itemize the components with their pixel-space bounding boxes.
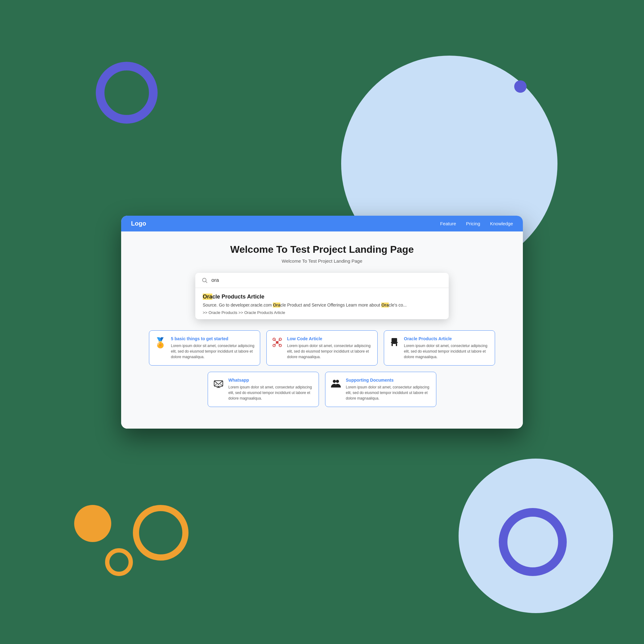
svg-rect-12 bbox=[391, 342, 398, 343]
card-icon-0: 🏅 bbox=[154, 337, 167, 349]
card-title-2: Oracle Products Article bbox=[404, 336, 490, 341]
bg-circle-orange-solid bbox=[74, 505, 111, 542]
nav-knowledge[interactable]: Knowledge bbox=[490, 221, 513, 226]
card-0[interactable]: 🏅 5 basic things to get started Lorem ip… bbox=[149, 330, 260, 366]
svg-rect-13 bbox=[392, 343, 393, 346]
nav-logo: Logo bbox=[131, 220, 146, 227]
bg-circle-orange-ring-large bbox=[133, 505, 189, 561]
bg-circle-purple-ring-bottom bbox=[499, 508, 567, 576]
svg-line-17 bbox=[214, 384, 217, 386]
nav-pricing[interactable]: Pricing bbox=[466, 221, 480, 226]
people-icon-svg bbox=[330, 378, 341, 389]
svg-line-1 bbox=[206, 281, 207, 283]
card-3[interactable]: Whatsapp Lorem ipsum dolor sit amet, con… bbox=[208, 372, 319, 407]
bg-circle-purple-ring bbox=[96, 62, 158, 124]
card-body-3: Whatsapp Lorem ipsum dolor sit amet, con… bbox=[228, 378, 314, 401]
chair-icon-svg bbox=[389, 337, 400, 347]
card-title-4: Supporting Documents bbox=[346, 378, 431, 383]
search-icon bbox=[201, 277, 208, 283]
svg-point-0 bbox=[202, 278, 206, 282]
card-body-1: Low Code Article Lorem ipsum dolor sit a… bbox=[287, 336, 372, 360]
card-icon-2 bbox=[389, 337, 400, 350]
card-body-0: 5 basic things to get started Lorem ipsu… bbox=[171, 336, 255, 360]
main-content: Welcome To Test Project Landing Page Wel… bbox=[121, 231, 523, 429]
card-icon-1 bbox=[272, 337, 283, 350]
card-1[interactable]: Low Code Article Lorem ipsum dolor sit a… bbox=[266, 330, 378, 366]
bg-circle-orange-ring-small bbox=[105, 548, 133, 576]
svg-rect-6 bbox=[276, 341, 278, 344]
card-text-0: Lorem ipsum dolor sit amet, consectetur … bbox=[171, 343, 255, 360]
search-wrap: ora Oracle Products Article Source. Go t… bbox=[140, 273, 504, 319]
card-icon-4 bbox=[330, 378, 341, 392]
card-icon-3 bbox=[213, 378, 224, 392]
card-title-0: 5 basic things to get started bbox=[171, 336, 255, 341]
cards-row-1: 🏅 5 basic things to get started Lorem ip… bbox=[140, 330, 504, 366]
autocomplete-result[interactable]: Oracle Products Article Source. Go to de… bbox=[195, 288, 449, 319]
card-title-3: Whatsapp bbox=[228, 378, 314, 383]
nav-links: Feature Pricing Knowledge bbox=[440, 221, 513, 226]
card-text-1: Lorem ipsum dolor sit amet, consectetur … bbox=[287, 343, 372, 360]
card-text-3: Lorem ipsum dolor sit amet, consectetur … bbox=[228, 384, 314, 401]
browser-window: Logo Feature Pricing Knowledge Welcome T… bbox=[121, 216, 523, 429]
result-snippet: Source. Go to developer.oracle.com Oracl… bbox=[203, 302, 441, 308]
card-title-1: Low Code Article bbox=[287, 336, 372, 341]
result-breadcrumb: >> Oracle Products >> Oracle Products Ar… bbox=[203, 310, 441, 315]
result-title: Oracle Products Article bbox=[203, 294, 441, 300]
card-text-2: Lorem ipsum dolor sit amet, consectetur … bbox=[404, 343, 490, 360]
cards-area: 🏅 5 basic things to get started Lorem ip… bbox=[140, 330, 504, 407]
card-body-4: Supporting Documents Lorem ipsum dolor s… bbox=[346, 378, 431, 401]
svg-rect-15 bbox=[393, 343, 396, 344]
search-input-value[interactable]: ora bbox=[211, 277, 219, 283]
svg-rect-14 bbox=[396, 343, 397, 346]
drone-icon-svg bbox=[272, 337, 283, 348]
search-box: ora Oracle Products Article Source. Go t… bbox=[195, 273, 449, 319]
card-text-4: Lorem ipsum dolor sit amet, consectetur … bbox=[346, 384, 431, 401]
snippet-highlight-1: Ora bbox=[273, 303, 280, 307]
cards-row-2: Whatsapp Lorem ipsum dolor sit amet, con… bbox=[140, 372, 504, 407]
bg-dot-purple bbox=[514, 80, 527, 93]
svg-point-22 bbox=[336, 380, 339, 383]
nav-feature[interactable]: Feature bbox=[440, 221, 456, 226]
hero-subtitle: Welcome To Test Project Landing Page bbox=[140, 258, 504, 264]
svg-rect-11 bbox=[392, 338, 397, 342]
svg-point-21 bbox=[333, 380, 336, 383]
result-title-highlight: Ora bbox=[203, 294, 212, 300]
snippet-highlight-2: Ora bbox=[381, 303, 389, 307]
whatsapp-icon-svg bbox=[213, 378, 224, 389]
search-input-row[interactable]: ora bbox=[195, 273, 449, 288]
card-body-2: Oracle Products Article Lorem ipsum dolo… bbox=[404, 336, 490, 360]
card-4[interactable]: Supporting Documents Lorem ipsum dolor s… bbox=[325, 372, 436, 407]
card-2[interactable]: Oracle Products Article Lorem ipsum dolo… bbox=[384, 330, 495, 366]
hero-title: Welcome To Test Project Landing Page bbox=[140, 244, 504, 255]
svg-line-18 bbox=[220, 384, 223, 386]
navbar: Logo Feature Pricing Knowledge bbox=[121, 216, 523, 231]
